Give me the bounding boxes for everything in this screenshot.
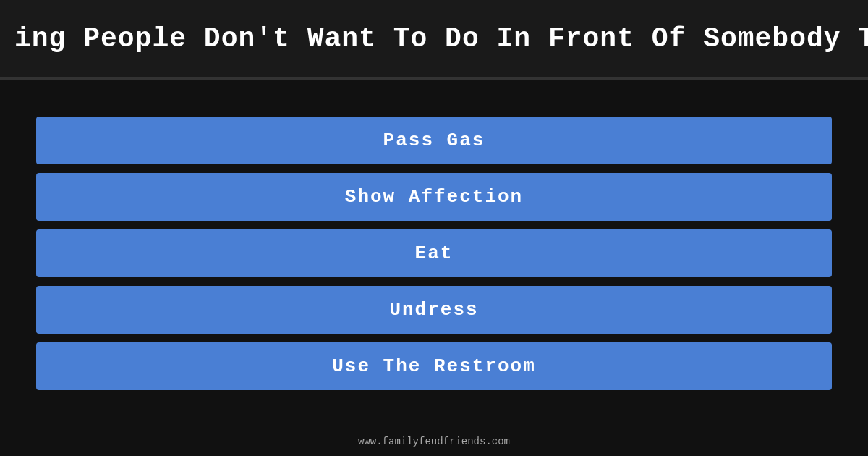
answer-row-4[interactable]: Undress	[36, 286, 832, 334]
answer-row-5[interactable]: Use The Restroom	[36, 342, 832, 390]
question-title: ing People Don't Want To Do In Front Of …	[14, 23, 868, 54]
answer-text-1: Pass Gas	[383, 130, 485, 151]
answers-container: Pass GasShow AffectionEatUndressUse The …	[0, 80, 868, 427]
answer-text-2: Show Affection	[345, 186, 523, 208]
answer-row-2[interactable]: Show Affection	[36, 173, 832, 221]
answer-row-1[interactable]: Pass Gas	[36, 117, 832, 164]
answer-text-5: Use The Restroom	[332, 355, 536, 377]
header-bar: ing People Don't Want To Do In Front Of …	[0, 0, 868, 80]
footer-url: www.familyfeudfriends.com	[358, 436, 510, 447]
answer-text-4: Undress	[389, 299, 478, 321]
answer-row-3[interactable]: Eat	[36, 229, 832, 277]
footer: www.familyfeudfriends.com	[0, 427, 868, 456]
answer-text-3: Eat	[415, 242, 454, 264]
